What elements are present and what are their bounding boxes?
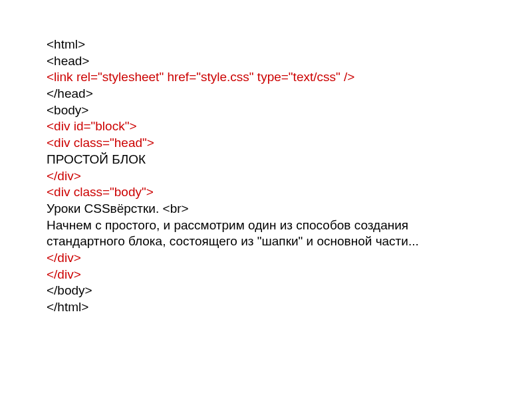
code-line-div-block: <div id="block"> — [47, 118, 485, 135]
code-line-body-open: <body> — [47, 102, 485, 119]
code-line-html-open: <html> — [47, 37, 485, 53]
code-line-description-text: Начнем с простого, и рассмотрим один из … — [47, 217, 485, 250]
code-line-link-stylesheet: <link rel="stylesheet" href="style.css" … — [47, 69, 485, 86]
code-line-body-close: </body> — [47, 283, 485, 299]
code-line-head-open: <head> — [47, 53, 485, 70]
code-line-div-close-2: </div> — [47, 250, 485, 267]
code-line-html-close: </html> — [47, 299, 485, 316]
code-snippet: <html> <head> <link rel="stylesheet" hre… — [47, 37, 485, 316]
code-line-div-close-3: </div> — [47, 267, 485, 283]
code-line-div-head: <div class="head"> — [47, 135, 485, 152]
code-line-div-close-1: </div> — [47, 168, 485, 185]
code-line-div-body: <div class="body"> — [47, 184, 485, 201]
code-line-lessons-text: Уроки CSSвёрстки. <br> — [47, 201, 485, 217]
code-line-title-text: ПРОСТОЙ БЛОК — [47, 152, 485, 168]
code-line-head-close: </head> — [47, 86, 485, 102]
